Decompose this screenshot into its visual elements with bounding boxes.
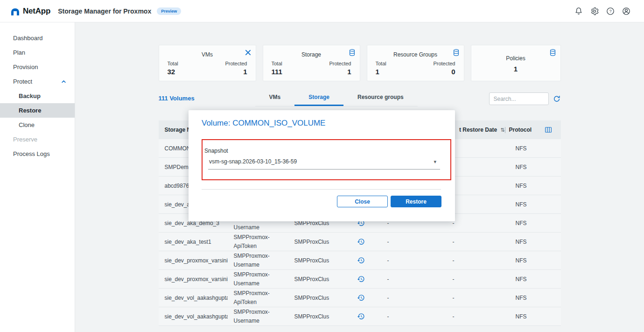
restore-history-icon[interactable] — [357, 294, 365, 302]
cell-protocol: NFS — [505, 276, 561, 283]
sidebar-item-preserve[interactable]: Preserve — [0, 132, 75, 147]
cell-last-backup: - — [374, 313, 402, 320]
sidebar-item-label: Process Logs — [13, 150, 50, 157]
netapp-logo: NetApp — [11, 7, 50, 16]
cell-storage-name: sie_dev_aka_test1 — [159, 239, 228, 245]
cell-credential: SMPProxmox- Username — [228, 270, 288, 288]
restore-history-icon[interactable] — [357, 275, 365, 283]
header-divider — [505, 127, 505, 133]
sidebar-item-label: Dashboard — [13, 35, 43, 42]
refresh-icon[interactable] — [553, 95, 561, 103]
card-resource-groups: Resource Groups Total 1 Protected 0 — [367, 45, 464, 81]
total-value: 111 — [272, 68, 282, 76]
sidebar-item-backup[interactable]: Backup — [0, 89, 75, 103]
cell-restore-action — [348, 312, 374, 320]
vms-icon — [244, 49, 252, 57]
cell-last-restore-date: - — [402, 295, 505, 301]
search-input[interactable] — [489, 92, 549, 105]
protected-value: 0 — [433, 68, 455, 76]
header-protocol: Protocol — [505, 126, 561, 134]
cell-restore-action — [348, 238, 374, 246]
card-policies: Policies 1 — [471, 45, 561, 81]
sidebar-item-protect[interactable]: Protect — [0, 74, 75, 89]
volumes-toolbar: 111 Volumes VMs Storage Resource groups — [159, 92, 561, 106]
cell-last-restore-date: - — [402, 239, 505, 245]
card-protected: Protected 0 — [433, 61, 455, 76]
sidebar-item-dashboard[interactable]: Dashboard — [0, 31, 75, 45]
volumes-count-number: 111 — [159, 95, 168, 102]
card-title: VMs — [168, 51, 247, 58]
cell-protocol: NFS — [505, 239, 561, 245]
table-row: sie_dev_aka_test1 SMPProxmox-ApiToken SM… — [159, 233, 561, 251]
protected-value: 1 — [329, 68, 351, 76]
restore-history-icon[interactable] — [357, 312, 365, 320]
cell-protocol: NFS — [505, 201, 561, 208]
cell-cluster: SMPProxClus — [288, 313, 348, 320]
modal-title: Volume: COMMON_ISO_VOLUME — [189, 110, 455, 128]
tab-resource-groups[interactable]: Resource groups — [343, 91, 418, 106]
snapshot-label: Snapshot — [204, 148, 450, 154]
table-row: sie_dev_vol_aakashgupta SMPProxmox- User… — [159, 307, 561, 326]
protected-label: Protected — [433, 61, 455, 66]
storage-icon — [348, 49, 356, 57]
tab-storage[interactable]: Storage — [294, 91, 343, 106]
card-storage: Storage Total 111 Protected 1 — [263, 45, 360, 81]
cell-storage-name: sie_dev_vol_aakashgupta — [159, 295, 228, 301]
cell-credential: SMPProxmox- Username — [228, 308, 288, 325]
sidebar-item-restore[interactable]: Restore — [0, 103, 75, 118]
sidebar-item-plan[interactable]: Plan — [0, 45, 75, 60]
sidebar-item-label: Backup — [19, 92, 41, 99]
restore-volume-modal: Volume: COMMON_ISO_VOLUME Snapshot vsm-s… — [189, 110, 455, 221]
sidebar-item-label: Protect — [13, 78, 32, 85]
card-title: Policies — [506, 55, 525, 62]
restore-button[interactable]: Restore — [391, 196, 441, 207]
sidebar-item-label: Clone — [19, 121, 35, 128]
sidebar-item-label: Preserve — [13, 136, 37, 143]
resource-groups-icon — [452, 49, 460, 57]
table-row: sie_dev_vol_aakashgupta SMPProxmox-ApiTo… — [159, 289, 561, 307]
total-value: 32 — [168, 68, 178, 76]
sidebar-item-process-logs[interactable]: Process Logs — [0, 147, 75, 161]
columns-icon[interactable] — [544, 126, 553, 134]
tab-vms[interactable]: VMs — [255, 91, 295, 106]
total-label: Total — [272, 61, 282, 66]
brand-name: NetApp — [23, 7, 50, 16]
cell-restore-action — [348, 256, 374, 264]
header-restore-date-label: t Restore Date — [459, 127, 497, 133]
sidebar: Dashboard Plan Provision Protect Backup … — [0, 22, 75, 332]
card-protected: Protected 1 — [225, 61, 247, 76]
sidebar-item-provision[interactable]: Provision — [0, 60, 75, 74]
modal-actions: Close Restore — [189, 196, 441, 207]
cell-cluster: SMPProxClus — [288, 239, 348, 245]
cell-storage-name: sie_dev_proxmox_varsini_1 — [159, 276, 228, 283]
card-total: Total 111 — [272, 61, 282, 76]
volumes-count: 111 Volumes — [159, 95, 195, 106]
account-icon[interactable] — [622, 7, 631, 16]
notifications-icon[interactable] — [574, 7, 583, 16]
cell-protocol: NFS — [505, 295, 561, 301]
help-icon[interactable]: ? — [606, 7, 615, 16]
header-protocol-label[interactable]: Protocol — [509, 127, 532, 133]
chevron-up-icon — [60, 78, 67, 85]
snapshot-select[interactable]: vsm-sg-snap.2026-03-10_15-36-59 ▾ — [208, 158, 440, 170]
cell-last-backup: - — [374, 295, 402, 301]
sidebar-item-clone[interactable]: Clone — [0, 118, 75, 132]
restore-history-icon[interactable] — [357, 256, 365, 264]
cell-last-backup: - — [374, 276, 402, 283]
cell-cluster: SMPProxClus — [288, 257, 348, 264]
policies-icon — [549, 49, 557, 57]
cell-credential: SMPProxmox-ApiToken — [228, 233, 288, 250]
settings-icon[interactable] — [590, 7, 599, 16]
cell-storage-name: sie_dev_proxmox_varsini — [159, 257, 228, 264]
table-row: sie_dev_proxmox_varsini_1 SMPProxmox- Us… — [159, 270, 561, 289]
card-total: Total 32 — [168, 61, 178, 76]
cell-credential: SMPProxmox- Username — [228, 252, 288, 269]
restore-history-icon[interactable] — [357, 238, 365, 246]
cell-protocol: NFS — [505, 257, 561, 264]
sidebar-item-label: Restore — [19, 107, 41, 114]
sort-icon[interactable]: ⇅ — [500, 127, 504, 133]
table-row: sie_dev_proxmox_varsini SMPProxmox- User… — [159, 251, 561, 270]
volumes-tabs: VMs Storage Resource groups — [255, 91, 418, 106]
svg-text:?: ? — [609, 9, 611, 14]
close-button[interactable]: Close — [337, 196, 388, 207]
